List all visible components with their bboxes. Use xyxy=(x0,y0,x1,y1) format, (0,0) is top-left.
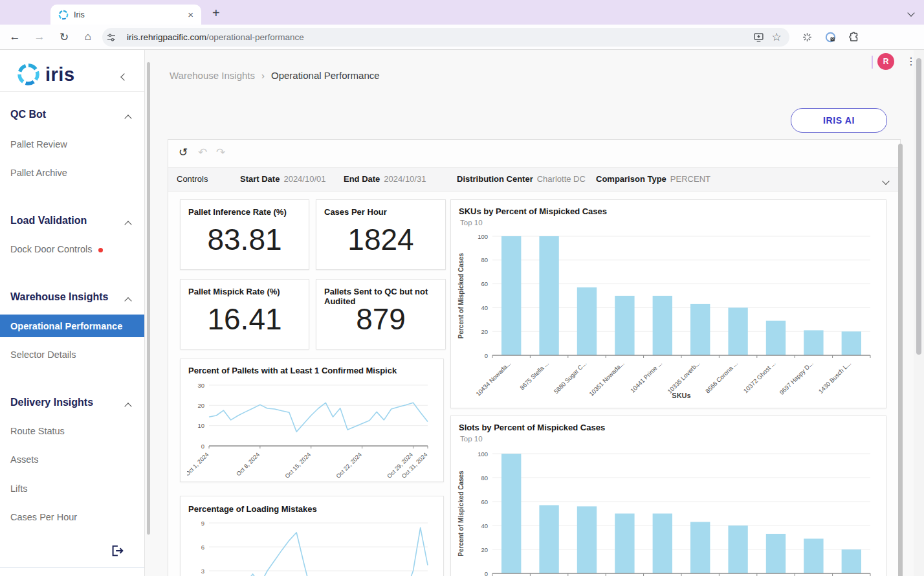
window-scrollbar[interactable] xyxy=(916,58,921,355)
svg-text:10351 Nowada...: 10351 Nowada... xyxy=(588,360,626,398)
breadcrumb-current: Operational Performance xyxy=(271,70,380,81)
svg-text:80: 80 xyxy=(481,256,488,263)
url-text[interactable]: iris.rehrigpacific.com/operational-perfo… xyxy=(127,32,749,42)
sidebar-item-assets[interactable]: Assets xyxy=(10,454,39,465)
controls-collapse-chevron-icon[interactable] xyxy=(883,176,888,186)
svg-text:1430 Busch L...: 1430 Busch L... xyxy=(817,360,852,395)
svg-text:9: 9 xyxy=(201,520,204,527)
sidebar-item-route-status[interactable]: Route Status xyxy=(10,426,65,436)
section-delivery-insights[interactable]: Delivery Insights xyxy=(10,397,93,408)
browser-window: Iris × + ← → ↻ ⌂ iris.rehrigpacific.com/… xyxy=(0,0,924,576)
iris-logo-icon xyxy=(17,63,40,86)
chart-card-skus-mispicked: SKUs by Percent of Mispicked Cases Top 1… xyxy=(450,199,886,408)
dashboard-toolbar: ↺ ↶ ↷ xyxy=(168,140,900,167)
section-warehouse-insights[interactable]: Warehouse Insights xyxy=(10,291,108,303)
bloom-extension-icon[interactable] xyxy=(797,25,817,49)
dashboard-scrollbar[interactable] xyxy=(898,144,903,576)
control-end-date[interactable]: End Date2024/10/31 xyxy=(344,174,426,184)
logo-text: iris xyxy=(45,64,75,85)
sidebar-item-selector-details[interactable]: Selector Details xyxy=(10,349,76,360)
chevron-up-icon[interactable] xyxy=(126,112,131,124)
chart-subtitle: Top 10 xyxy=(460,219,483,227)
controls-bar[interactable]: Controls Start Date2024/10/01 End Date20… xyxy=(168,167,900,192)
control-comparison-type[interactable]: Comparison TypePERCENT xyxy=(596,174,710,184)
svg-text:20: 20 xyxy=(197,402,204,409)
tab-title: Iris xyxy=(74,10,188,19)
control-distribution-center[interactable]: Distribution CenterCharlotte DC xyxy=(457,174,586,184)
sidebar-scrollbar[interactable] xyxy=(147,62,150,535)
chart-title: Percentage of Loading Mistakes xyxy=(188,504,317,514)
svg-text:10434 Nowada...: 10434 Nowada... xyxy=(474,360,512,398)
loading-mistakes-line-chart[interactable]: 369 xyxy=(187,516,434,576)
reload-icon[interactable]: ↻ xyxy=(54,25,74,49)
tab-close-icon[interactable]: × xyxy=(188,9,193,20)
logout-icon[interactable] xyxy=(110,544,124,560)
redo-icon[interactable]: ↷ xyxy=(216,146,225,159)
chart-card-confirmed-mispick: Percent of Pallets with at Least 1 Confi… xyxy=(180,359,444,482)
undo-icon[interactable]: ↶ xyxy=(198,146,207,159)
password-manager-icon[interactable] xyxy=(820,25,840,49)
bookmark-star-icon[interactable]: ☆ xyxy=(767,30,786,44)
tab-strip: Iris × + xyxy=(0,0,924,25)
iris-favicon xyxy=(58,10,69,20)
sidebar-item-dock-door-controls[interactable]: Dock Door Controls xyxy=(10,244,103,254)
chart-card-loading-mistakes: Percentage of Loading Mistakes 369 xyxy=(180,496,444,576)
svg-text:10372 Ghost ...: 10372 Ghost ... xyxy=(742,360,777,395)
breadcrumb-separator: › xyxy=(261,70,265,81)
site-info-icon[interactable] xyxy=(102,32,120,43)
kpi-title: Pallet Mispick Rate (%) xyxy=(188,287,280,296)
sidebar: iris QC Bot Pallet Review Pallet Archive… xyxy=(0,50,145,576)
home-icon[interactable]: ⌂ xyxy=(78,25,98,49)
chevron-up-icon[interactable] xyxy=(126,400,131,412)
extensions-puzzle-icon[interactable] xyxy=(844,25,864,49)
profile-avatar[interactable]: R xyxy=(877,53,894,70)
breadcrumb-parent[interactable]: Warehouse Insights xyxy=(170,70,255,81)
browser-tab[interactable]: Iris × xyxy=(50,5,201,25)
sidebar-item-pallet-archive[interactable]: Pallet Archive xyxy=(10,168,67,178)
chart-title: Slots by Percent of Mispicked Cases xyxy=(459,423,605,432)
slots-bar-chart[interactable]: 020406080100Percent of Mispicked Cases xyxy=(456,445,877,576)
section-qc-bot[interactable]: QC Bot xyxy=(10,109,46,120)
svg-text:30: 30 xyxy=(197,382,204,389)
svg-text:40: 40 xyxy=(481,522,488,529)
svg-text:Percent of Mispicked Cases: Percent of Mispicked Cases xyxy=(457,471,465,557)
address-bar[interactable]: iris.rehrigpacific.com/operational-perfo… xyxy=(102,28,789,47)
sidebar-item-lifts[interactable]: Lifts xyxy=(10,483,28,494)
browser-toolbar: ← → ↻ ⌂ iris.rehrigpacific.com/operation… xyxy=(0,25,924,50)
reset-icon[interactable]: ↺ xyxy=(179,146,188,159)
chevron-up-icon[interactable] xyxy=(126,218,131,230)
skus-bar-chart[interactable]: 02040608010010434 Nowada...8675 Stella .… xyxy=(456,228,877,404)
control-start-date[interactable]: Start Date2024/10/01 xyxy=(240,174,326,184)
svg-text:60: 60 xyxy=(481,498,488,505)
iris-logo: iris xyxy=(17,63,75,86)
svg-text:80: 80 xyxy=(481,474,488,482)
install-app-icon[interactable] xyxy=(749,32,767,43)
sidebar-collapse-icon[interactable] xyxy=(122,69,127,83)
sidebar-item-cases-per-hour[interactable]: Cases Per Hour xyxy=(10,512,77,522)
chevron-up-icon[interactable] xyxy=(126,294,131,306)
sidebar-item-pallet-review[interactable]: Pallet Review xyxy=(10,139,67,150)
kpi-card-pallet-mispick-rate: Pallet Mispick Rate (%) 16.41 xyxy=(180,279,309,349)
svg-text:Percent of Mispicked Cases: Percent of Mispicked Cases xyxy=(457,252,465,338)
notification-dot xyxy=(98,248,103,252)
kpi-value: 1824 xyxy=(316,222,445,257)
back-icon[interactable]: ← xyxy=(5,25,25,49)
kpi-value: 16.41 xyxy=(181,302,309,337)
kpi-card-cases-per-hour: Cases Per Hour 1824 xyxy=(316,199,446,270)
pallets-line-chart[interactable]: 0102030Oct 1, 2024Oct 8, 2024Oct 15, 202… xyxy=(187,380,434,478)
sidebar-item-operational-performance[interactable]: Operational Performance xyxy=(0,315,144,337)
svg-text:9697 Happy D...: 9697 Happy D... xyxy=(778,360,814,396)
chart-subtitle: Top 10 xyxy=(460,435,483,443)
svg-text:5880 Sugar C...: 5880 Sugar C... xyxy=(553,360,588,395)
svg-text:6: 6 xyxy=(201,544,204,551)
svg-text:20: 20 xyxy=(481,546,488,553)
iris-ai-button[interactable]: IRIS AI xyxy=(791,108,887,133)
tab-search-icon[interactable] xyxy=(905,6,918,19)
section-load-validation[interactable]: Load Validation xyxy=(10,215,87,227)
svg-text:100: 100 xyxy=(478,450,488,458)
svg-text:Oct 15, 2024: Oct 15, 2024 xyxy=(284,451,313,478)
controls-label: Controls xyxy=(177,174,208,184)
svg-text:Oct 8, 2024: Oct 8, 2024 xyxy=(235,451,261,477)
forward-icon[interactable]: → xyxy=(30,25,49,49)
new-tab-icon[interactable]: + xyxy=(207,3,225,23)
